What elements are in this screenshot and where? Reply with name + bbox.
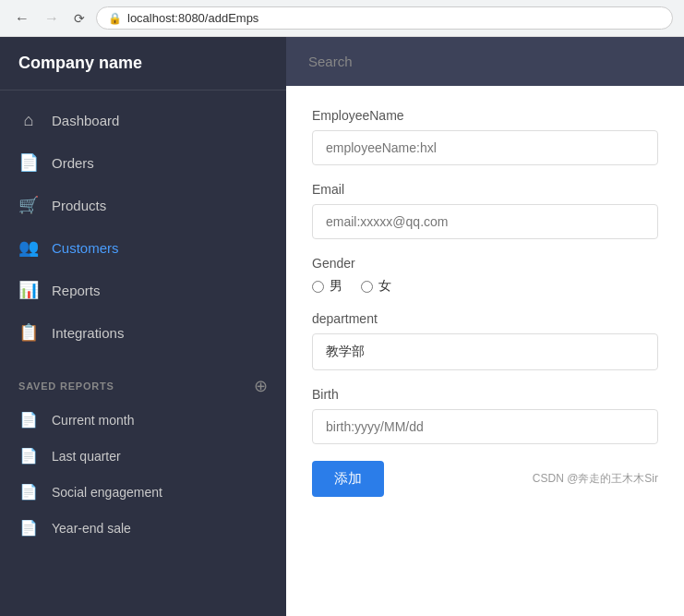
sidebar-item-label-customers: Customers (52, 240, 119, 256)
saved-reports-title: SAVED REPORTS (18, 380, 114, 392)
department-label: department (312, 311, 658, 326)
birth-label: Birth (312, 387, 658, 402)
report-label-current-month: Current month (52, 413, 134, 428)
products-icon: 🛒 (18, 195, 39, 215)
report-icon-year-end-sale: 📄 (18, 519, 39, 537)
lock-icon: 🔒 (108, 12, 122, 25)
back-button[interactable]: ← (11, 8, 33, 29)
watermark: CSDN @奔走的王木木Sir (533, 471, 658, 487)
search-input[interactable] (308, 54, 662, 69)
gender-male-radio[interactable] (312, 281, 324, 293)
gender-group: Gender 男 女 (312, 256, 658, 295)
email-group: Email (312, 182, 658, 239)
submit-button[interactable]: 添加 (312, 461, 384, 497)
dashboard-icon: ⌂ (18, 111, 39, 130)
saved-reports-section: SAVED REPORTS ⊕ 📄 Current month 📄 Last q… (0, 363, 286, 553)
department-group: department 教学部 (312, 311, 658, 370)
browser-bar: ← → ⟳ 🔒 localhost:8080/addEmps (0, 0, 684, 37)
sidebar-item-integrations[interactable]: 📋 Integrations (0, 311, 286, 354)
refresh-button[interactable]: ⟳ (70, 9, 89, 28)
sidebar-item-label-products: Products (52, 198, 106, 213)
company-name: Company name (0, 37, 286, 91)
address-bar[interactable]: 🔒 localhost:8080/addEmps (96, 6, 673, 30)
saved-reports-header: SAVED REPORTS ⊕ (18, 378, 268, 394)
birth-input[interactable] (312, 409, 658, 444)
gender-female-radio[interactable] (361, 281, 373, 293)
report-icon-social-engagement: 📄 (18, 483, 39, 501)
top-bar (286, 37, 684, 86)
gender-male-label: 男 (330, 278, 342, 295)
report-item-current-month[interactable]: 📄 Current month (18, 402, 268, 438)
add-report-button[interactable]: ⊕ (254, 378, 268, 394)
report-item-social-engagement[interactable]: 📄 Social engagement (18, 474, 268, 510)
reports-icon: 📊 (18, 280, 39, 300)
sidebar-item-label-dashboard: Dashboard (52, 113, 119, 128)
department-value: 教学部 (326, 344, 365, 358)
gender-options: 男 女 (312, 278, 658, 295)
sidebar-nav: ⌂ Dashboard 📄 Orders 🛒 Products 👥 Custom… (0, 91, 286, 363)
email-input[interactable] (312, 204, 658, 239)
integrations-icon: 📋 (18, 322, 39, 343)
orders-icon: 📄 (18, 152, 39, 173)
sidebar-item-orders[interactable]: 📄 Orders (0, 141, 286, 184)
employee-name-input[interactable] (312, 130, 658, 165)
sidebar-item-customers[interactable]: 👥 Customers (0, 226, 286, 269)
sidebar-item-reports[interactable]: 📊 Reports (0, 269, 286, 311)
form-area: EmployeeName Email Gender 男 女 (286, 86, 684, 616)
report-icon-current-month: 📄 (18, 411, 39, 429)
email-label: Email (312, 182, 658, 197)
report-label-social-engagement: Social engagement (52, 485, 162, 500)
gender-female-option[interactable]: 女 (361, 278, 391, 295)
gender-male-option[interactable]: 男 (312, 278, 342, 295)
report-icon-last-quarter: 📄 (18, 447, 39, 465)
sidebar-item-dashboard[interactable]: ⌂ Dashboard (0, 100, 286, 141)
sidebar-item-label-orders: Orders (52, 155, 94, 171)
sidebar: Company name ⌂ Dashboard 📄 Orders 🛒 Prod… (0, 37, 286, 616)
report-item-year-end-sale[interactable]: 📄 Year-end sale (18, 510, 268, 546)
department-input[interactable]: 教学部 (312, 333, 658, 370)
submit-row: 添加 CSDN @奔走的王木木Sir (312, 461, 658, 497)
birth-group: Birth (312, 387, 658, 444)
sidebar-item-products[interactable]: 🛒 Products (0, 184, 286, 226)
gender-female-label: 女 (378, 278, 391, 295)
url-text: localhost:8080/addEmps (127, 11, 258, 25)
sidebar-item-label-integrations: Integrations (52, 325, 124, 341)
forward-button[interactable]: → (41, 8, 63, 29)
employee-name-label: EmployeeName (312, 108, 658, 123)
app-container: Company name ⌂ Dashboard 📄 Orders 🛒 Prod… (0, 37, 684, 616)
employee-name-group: EmployeeName (312, 108, 658, 165)
sidebar-item-label-reports: Reports (52, 283, 101, 298)
report-label-year-end-sale: Year-end sale (52, 521, 131, 536)
report-label-last-quarter: Last quarter (52, 449, 121, 464)
report-item-last-quarter[interactable]: 📄 Last quarter (18, 438, 268, 474)
customers-icon: 👥 (18, 237, 39, 258)
gender-label: Gender (312, 256, 658, 271)
main-content: EmployeeName Email Gender 男 女 (286, 37, 684, 616)
